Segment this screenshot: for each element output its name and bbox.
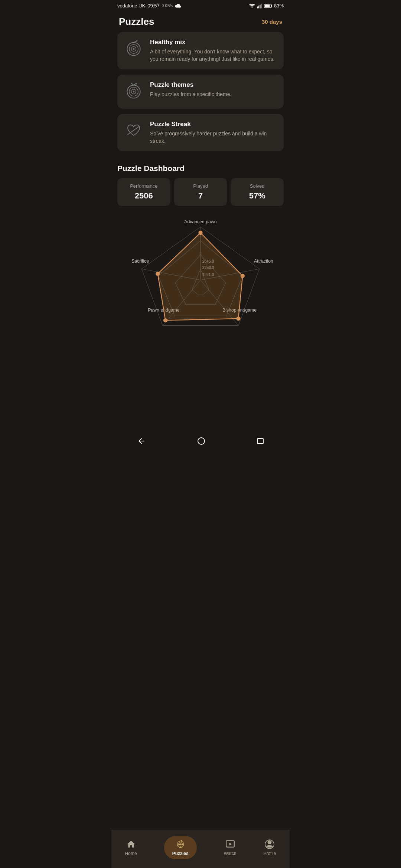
healthy-mix-card[interactable]: Healthy mix A bit of everything. You don…	[117, 32, 284, 69]
solved-value: 57%	[235, 191, 279, 201]
performance-label: Performance	[122, 183, 166, 189]
dot-advanced-pawn	[198, 231, 202, 235]
svg-rect-5	[265, 4, 270, 7]
page-title: Puzzles	[119, 16, 154, 27]
signal-icon	[257, 3, 263, 9]
svg-line-10	[134, 41, 137, 42]
puzzles-label: Puzzles	[172, 851, 189, 856]
profile-icon	[264, 839, 275, 849]
recents-button[interactable]	[257, 438, 264, 444]
healthy-mix-title: Healthy mix	[150, 39, 278, 46]
healthy-mix-icon	[123, 39, 144, 59]
svg-rect-2	[260, 4, 260, 8]
days-badge[interactable]: 30 days	[262, 19, 282, 25]
bottom-nav: Home Puzzles Watch	[111, 831, 290, 868]
data-speed: 0 KB/s	[162, 4, 173, 8]
svg-point-15	[133, 91, 135, 93]
nav-watch[interactable]: Watch	[218, 838, 242, 858]
label-advanced-pawn: Advanced pawn	[184, 219, 216, 224]
puzzle-themes-icon	[123, 81, 144, 102]
performance-value: 2506	[122, 191, 166, 201]
played-label: Played	[179, 183, 223, 189]
puzzle-dashboard: Puzzle Dashboard Performance 2506 Played…	[111, 157, 290, 352]
svg-point-39	[198, 438, 205, 444]
time-text: 09:57	[147, 3, 160, 9]
svg-rect-1	[258, 6, 259, 8]
puzzle-themes-card[interactable]: Puzzle themes Play puzzles from a specif…	[117, 75, 284, 109]
radar-chart: Advanced pawn Attraction Bishop endgame …	[117, 213, 284, 352]
android-nav	[111, 434, 290, 451]
radar-data-polygon	[158, 233, 243, 320]
watch-icon	[225, 839, 235, 849]
solved-label: Solved	[235, 183, 279, 189]
carrier-text: vodafone UK	[117, 3, 145, 9]
svg-rect-3	[261, 4, 262, 8]
puzzle-streak-card[interactable]: Puzzle Streak Solve progressively harder…	[117, 114, 284, 151]
home-icon	[126, 839, 136, 849]
puzzle-streak-icon	[123, 121, 144, 141]
label-sacrifice: Sacrifice	[131, 259, 149, 264]
puzzle-themes-desc: Play puzzles from a specific theme.	[150, 91, 278, 98]
puzzles-icon	[175, 839, 186, 849]
dot-pawn-endgame	[163, 318, 167, 322]
dot-bishop-endgame	[236, 317, 240, 321]
home-button[interactable]	[198, 437, 205, 445]
label-attraction: Attraction	[254, 259, 273, 264]
watch-label: Watch	[224, 851, 237, 856]
page-header: Puzzles 30 days	[111, 10, 290, 32]
svg-line-19	[128, 126, 139, 135]
healthy-mix-desc: A bit of everything. You don't know what…	[150, 48, 278, 63]
profile-label: Profile	[263, 851, 276, 856]
solved-stat: Solved 57%	[231, 178, 284, 206]
nav-puzzles[interactable]: Puzzles	[158, 835, 203, 861]
puzzle-cards: Healthy mix A bit of everything. You don…	[111, 32, 290, 151]
puzzle-streak-desc: Solve progressively harder puzzles and b…	[150, 130, 278, 145]
stats-row: Performance 2506 Played 7 Solved 57%	[117, 178, 284, 206]
dot-sacrifice	[156, 272, 160, 276]
svg-rect-40	[257, 438, 263, 444]
svg-marker-37	[229, 843, 232, 846]
puzzle-themes-title: Puzzle themes	[150, 81, 278, 89]
cloud-icon	[175, 3, 182, 9]
nav-home[interactable]: Home	[119, 838, 143, 858]
status-bar: vodafone UK 09:57 0 KB/s 83%	[111, 0, 290, 10]
dot-attraction	[241, 274, 245, 278]
back-button[interactable]	[137, 437, 146, 445]
svg-point-33	[180, 844, 181, 845]
puzzle-streak-title: Puzzle Streak	[150, 121, 278, 128]
svg-rect-0	[257, 6, 258, 8]
nav-profile[interactable]: Profile	[257, 838, 282, 858]
dashboard-title: Puzzle Dashboard	[117, 164, 284, 173]
puzzles-pill: Puzzles	[164, 836, 197, 859]
battery-text: 83%	[274, 3, 284, 9]
home-label: Home	[125, 851, 137, 856]
svg-line-16	[131, 83, 133, 85]
wifi-icon	[249, 3, 255, 9]
played-value: 7	[179, 191, 223, 201]
radar-svg: Advanced pawn Attraction Bishop endgame …	[117, 217, 284, 343]
played-stat: Played 7	[174, 178, 227, 206]
svg-point-9	[133, 48, 135, 50]
performance-stat: Performance 2506	[117, 178, 170, 206]
battery-icon	[264, 4, 273, 8]
